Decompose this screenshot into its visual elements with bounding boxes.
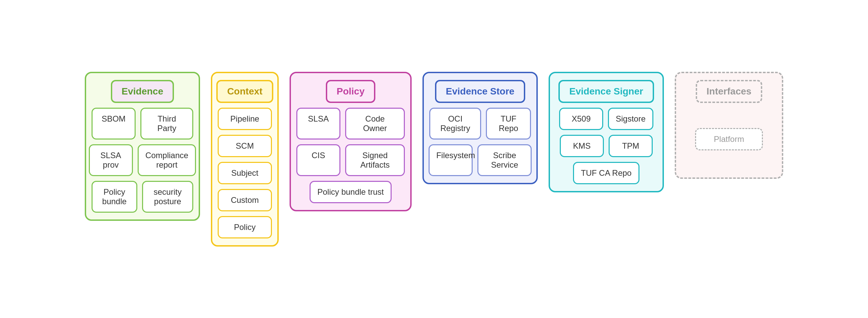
signer-kms: KMS xyxy=(560,135,604,157)
evidence-security-posture: security posture xyxy=(142,181,193,213)
evidence-row-2: SLSA prov Compliance report xyxy=(89,144,196,176)
signer-sigstore: Sigstore xyxy=(608,108,653,130)
evidence-store-items: OCI Registry TUF Repo Filesystem Scribe … xyxy=(429,108,531,176)
signer-x509: X509 xyxy=(559,108,603,130)
evidence-compliance-report: Compliance report xyxy=(138,144,196,176)
evidence-title: Evidence xyxy=(111,80,174,103)
policy-group: Policy SLSA Code Owner CIS Signed Artifa… xyxy=(290,72,412,211)
evidence-row-3: Policy bundle security posture xyxy=(92,181,193,213)
policy-row-1: SLSA Code Owner xyxy=(296,108,405,140)
context-items: Pipeline SCM Subject Custom Policy xyxy=(218,108,272,238)
policy-bundle-trust: Policy bundle trust xyxy=(310,181,392,203)
evidence-group: Evidence SBOM Third Party SLSA prov Comp… xyxy=(85,72,200,221)
policy-cis: CIS xyxy=(296,144,340,176)
signer-row-2: KMS TPM xyxy=(560,135,653,157)
interfaces-title: Interfaces xyxy=(696,80,762,103)
policy-code-owner: Code Owner xyxy=(345,108,405,140)
store-row-1: OCI Registry TUF Repo xyxy=(429,108,531,140)
interfaces-items: Platform xyxy=(682,108,776,171)
context-pipeline: Pipeline xyxy=(218,108,272,130)
evidence-signer-title: Evidence Signer xyxy=(558,80,654,103)
evidence-row-1: SBOM Third Party xyxy=(92,108,193,140)
evidence-items: SBOM Third Party SLSA prov Compliance re… xyxy=(92,108,193,213)
evidence-signer-group: Evidence Signer X509 Sigstore KMS TPM TU… xyxy=(549,72,664,192)
store-row-2: Filesystem Scribe Service xyxy=(429,144,532,176)
context-group: Context Pipeline SCM Subject Custom Poli… xyxy=(211,72,279,247)
signer-tpm: TPM xyxy=(609,135,653,157)
context-scm: SCM xyxy=(218,135,272,157)
policy-column: Policy SLSA Code Owner CIS Signed Artifa… xyxy=(290,72,412,211)
interfaces-platform: Platform xyxy=(695,128,763,150)
policy-slsa: SLSA xyxy=(296,108,340,140)
policy-signed-artifacts: Signed Artifacts xyxy=(345,144,405,176)
context-title: Context xyxy=(216,80,273,103)
signer-row-1: X509 Sigstore xyxy=(559,108,653,130)
context-custom: Custom xyxy=(218,189,272,211)
policy-row-3: Policy bundle trust xyxy=(310,181,392,203)
store-oci-registry: OCI Registry xyxy=(429,108,481,140)
evidence-column: Evidence SBOM Third Party SLSA prov Comp… xyxy=(85,72,200,221)
interfaces-group: Interfaces Platform xyxy=(675,72,783,179)
architecture-diagram: Evidence SBOM Third Party SLSA prov Comp… xyxy=(58,51,810,267)
evidence-slsa-prov: SLSA prov xyxy=(89,144,133,176)
evidence-signer-items: X509 Sigstore KMS TPM TUF CA Repo xyxy=(555,108,657,184)
store-scribe-service: Scribe Service xyxy=(477,144,532,176)
evidence-store-title: Evidence Store xyxy=(435,80,525,103)
signer-row-3: TUF CA Repo xyxy=(573,162,639,184)
context-subject: Subject xyxy=(218,162,272,184)
context-policy: Policy xyxy=(218,216,272,238)
evidence-policy-bundle: Policy bundle xyxy=(92,181,137,213)
evidence-third-party: Third Party xyxy=(140,108,193,140)
store-tuf-repo: TUF Repo xyxy=(486,108,531,140)
signer-tuf-ca-repo: TUF CA Repo xyxy=(573,162,639,184)
store-filesystem: Filesystem xyxy=(429,144,473,176)
evidence-store-column: Evidence Store OCI Registry TUF Repo Fil… xyxy=(422,72,538,184)
evidence-signer-column: Evidence Signer X509 Sigstore KMS TPM TU… xyxy=(549,72,664,192)
evidence-store-group: Evidence Store OCI Registry TUF Repo Fil… xyxy=(422,72,538,184)
policy-title: Policy xyxy=(326,80,375,103)
policy-row-2: CIS Signed Artifacts xyxy=(296,144,405,176)
interfaces-column: Interfaces Platform xyxy=(675,72,783,179)
context-column: Context Pipeline SCM Subject Custom Poli… xyxy=(211,72,279,247)
evidence-sbom: SBOM xyxy=(92,108,136,140)
policy-items: SLSA Code Owner CIS Signed Artifacts Pol… xyxy=(296,108,405,203)
